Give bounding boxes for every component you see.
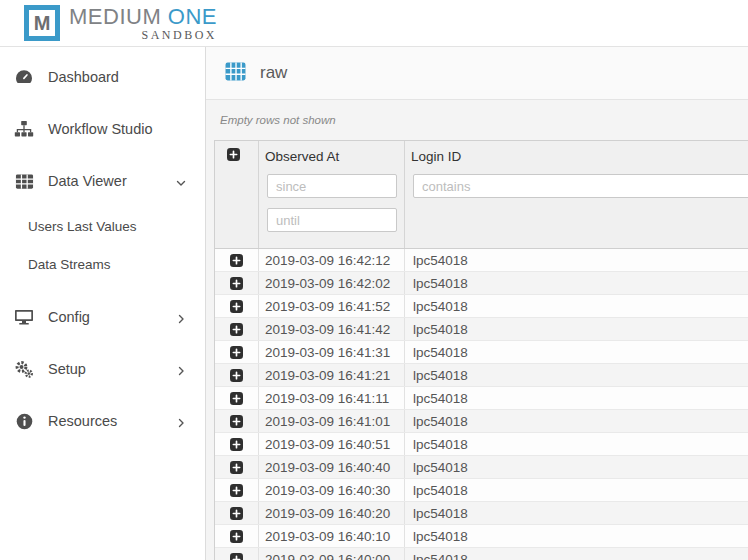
observed-at-cell: 2019-03-09 16:40:40 [259, 456, 405, 478]
observed-at-cell: 2019-03-09 16:41:52 [259, 295, 405, 317]
expand-row-cell [215, 364, 259, 386]
brand-monogram-letter: M [34, 13, 51, 33]
filter-contains-input[interactable] [413, 174, 748, 198]
expand-row-cell [215, 502, 259, 524]
cogs-icon [14, 359, 34, 379]
monitor-icon [14, 307, 34, 327]
expand-row-button[interactable] [230, 277, 243, 290]
expand-row-button[interactable] [230, 415, 243, 428]
expand-all-cell [215, 141, 259, 248]
expand-row-cell [215, 433, 259, 455]
expand-row-cell [215, 456, 259, 478]
login-id-cell: lpc54018 [405, 387, 748, 409]
sitemap-icon [14, 119, 34, 139]
sidebar-subitem-label: Data Streams [28, 257, 111, 272]
observed-at-cell: 2019-03-09 16:40:51 [259, 433, 405, 455]
sidebar-item-label: Resources [48, 413, 175, 429]
table-row: 2019-03-09 16:41:01 lpc54018 [215, 410, 748, 433]
observed-at-cell: 2019-03-09 16:42:12 [259, 249, 405, 271]
topbar: M MEDIUM ONE SANDBOX [0, 0, 748, 47]
login-id-cell: lpc54018 [405, 249, 748, 271]
sidebar-data-viewer-submenu: Users Last Values Data Streams [0, 207, 205, 291]
sidebar-subitem-label: Users Last Values [28, 219, 137, 234]
brand-logo[interactable]: M MEDIUM ONE SANDBOX [24, 5, 217, 42]
table-row: 2019-03-09 16:42:12 lpc54018 [215, 249, 748, 272]
column-label: Observed At [265, 148, 396, 166]
expand-row-button[interactable] [230, 300, 243, 313]
expand-row-button[interactable] [230, 553, 243, 560]
expand-row-button[interactable] [230, 346, 243, 359]
sidebar-item-users-last-values[interactable]: Users Last Values [0, 207, 205, 245]
sidebar-item-label: Config [48, 309, 175, 325]
table-row: 2019-03-09 16:40:20 lpc54018 [215, 502, 748, 525]
expand-row-button[interactable] [230, 484, 243, 497]
table-row: 2019-03-09 16:40:30 lpc54018 [215, 479, 748, 502]
observed-at-cell: 2019-03-09 16:40:10 [259, 525, 405, 547]
expand-row-button[interactable] [230, 530, 243, 543]
info-icon [14, 411, 34, 431]
sidebar-item-config[interactable]: Config [0, 291, 205, 343]
login-id-cell: lpc54018 [405, 295, 748, 317]
sidebar: Dashboard Workflow Studio [0, 47, 206, 560]
expand-row-button[interactable] [230, 392, 243, 405]
gauge-icon [14, 67, 34, 87]
expand-row-button[interactable] [230, 461, 243, 474]
table-row: 2019-03-09 16:41:31 lpc54018 [215, 341, 748, 364]
chevron-right-icon [175, 363, 187, 375]
sidebar-item-resources[interactable]: Resources [0, 395, 205, 447]
expand-row-button[interactable] [230, 507, 243, 520]
expand-row-cell [215, 249, 259, 271]
brand-text: MEDIUM ONE SANDBOX [69, 5, 217, 42]
chevron-right-icon [175, 311, 187, 323]
brand-name: MEDIUM ONE [69, 5, 217, 29]
chevron-down-icon [175, 175, 187, 187]
data-table: Observed At Login ID 2019-03-09 16:42:12… [214, 140, 748, 560]
brand-subtitle: SANDBOX [142, 29, 218, 42]
brand-monogram-icon: M [24, 5, 60, 41]
expand-row-cell [215, 410, 259, 432]
observed-at-cell: 2019-03-09 16:40:00 [259, 548, 405, 560]
table-row: 2019-03-09 16:40:40 lpc54018 [215, 456, 748, 479]
observed-at-cell: 2019-03-09 16:41:01 [259, 410, 405, 432]
table-row: 2019-03-09 16:41:21 lpc54018 [215, 364, 748, 387]
sidebar-item-label: Workflow Studio [48, 121, 187, 137]
filter-since-input[interactable] [267, 174, 397, 198]
login-id-cell: lpc54018 [405, 479, 748, 501]
stream-header: raw [206, 47, 748, 100]
filter-until-input[interactable] [267, 208, 397, 232]
login-id-cell: lpc54018 [405, 364, 748, 386]
table-row: 2019-03-09 16:41:11 lpc54018 [215, 387, 748, 410]
observed-at-cell: 2019-03-09 16:41:42 [259, 318, 405, 340]
expand-row-button[interactable] [230, 438, 243, 451]
sidebar-item-dashboard[interactable]: Dashboard [0, 51, 205, 103]
page-title: raw [260, 63, 287, 83]
column-header-observed-at: Observed At [259, 141, 405, 248]
observed-at-cell: 2019-03-09 16:41:31 [259, 341, 405, 363]
brand-name-one: ONE [168, 4, 217, 29]
expand-row-cell [215, 525, 259, 547]
expand-row-cell [215, 548, 259, 560]
expand-row-button[interactable] [230, 369, 243, 382]
column-label: Login ID [411, 148, 748, 166]
expand-row-cell [215, 318, 259, 340]
expand-row-button[interactable] [230, 254, 243, 267]
sidebar-item-data-viewer[interactable]: Data Viewer [0, 155, 205, 207]
expand-row-button[interactable] [230, 323, 243, 336]
sidebar-item-workflow-studio[interactable]: Workflow Studio [0, 103, 205, 155]
sidebar-item-setup[interactable]: Setup [0, 343, 205, 395]
expand-row-cell [215, 387, 259, 409]
sidebar-item-data-streams[interactable]: Data Streams [0, 245, 205, 283]
observed-at-cell: 2019-03-09 16:41:11 [259, 387, 405, 409]
observed-at-cell: 2019-03-09 16:40:20 [259, 502, 405, 524]
login-id-cell: lpc54018 [405, 318, 748, 340]
table-row: 2019-03-09 16:40:10 lpc54018 [215, 525, 748, 548]
expand-all-button[interactable] [227, 148, 240, 161]
observed-at-cell: 2019-03-09 16:42:02 [259, 272, 405, 294]
login-id-cell: lpc54018 [405, 433, 748, 455]
main-content: raw Empty rows not shown Observed At Log… [206, 47, 748, 560]
login-id-cell: lpc54018 [405, 548, 748, 560]
sidebar-item-label: Dashboard [48, 69, 187, 85]
login-id-cell: lpc54018 [405, 525, 748, 547]
login-id-cell: lpc54018 [405, 456, 748, 478]
expand-row-cell [215, 272, 259, 294]
